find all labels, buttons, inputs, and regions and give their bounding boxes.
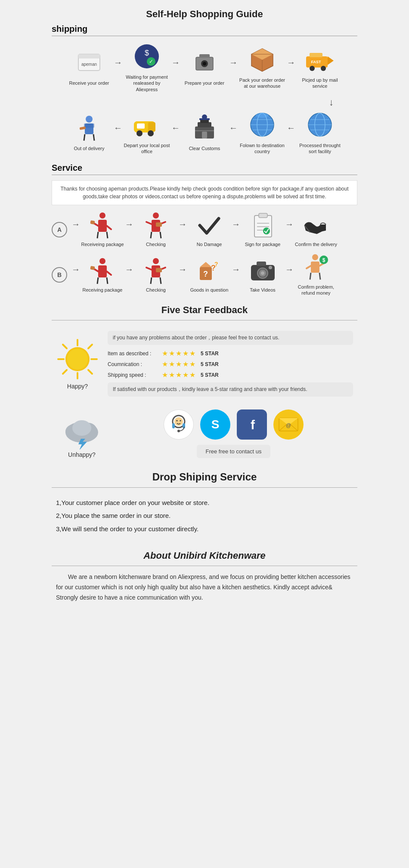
- b-refund-icon: $: [302, 254, 330, 282]
- row-b-label: B: [52, 267, 67, 283]
- service-a-item-4: Sign for package: [241, 211, 284, 247]
- service-b-item-5: $ Confirm problem, refund money: [294, 254, 338, 296]
- svg-point-45: [256, 113, 269, 118]
- fivestar-content: Happy? if you have any problems about th…: [52, 326, 357, 401]
- svg-text:$: $: [322, 257, 325, 263]
- svg-rect-54: [90, 221, 95, 225]
- flow-label-5: Picjed up by mail service: [296, 77, 344, 89]
- a-nodamage-icon: [195, 211, 223, 239]
- svg-text:S: S: [211, 418, 219, 431]
- svg-line-75: [107, 271, 111, 275]
- svg-line-60: [146, 222, 152, 224]
- svg-text:?: ?: [214, 261, 218, 268]
- sun-svg: [56, 338, 99, 381]
- star-label-3: Shipping speed :: [108, 372, 159, 378]
- svg-point-94: [261, 271, 264, 275]
- svg-text:f: f: [251, 418, 255, 432]
- svg-line-108: [63, 345, 67, 348]
- depart-icon: [132, 110, 162, 140]
- svg-line-76: [97, 277, 98, 284]
- b-label-4: Take Videos: [250, 287, 276, 293]
- flow-label-10: Processed throught sort facility: [296, 142, 344, 155]
- a-arrow-3: →: [232, 219, 240, 240]
- svg-text:apeman: apeman: [81, 62, 97, 67]
- svg-rect-62: [156, 222, 162, 227]
- flow-label-1: Receive your order: [69, 80, 109, 86]
- flow-item-9: Folown to destination country: [239, 110, 286, 155]
- main-title: Self-Help Shopping Guide: [52, 9, 357, 20]
- a-sign-icon: [249, 211, 277, 239]
- a-label-4: Sign for package: [245, 241, 281, 247]
- svg-point-117: [72, 420, 91, 436]
- unhappy-label: Unhappy?: [68, 451, 96, 458]
- unhappy-col: Unhappy?: [56, 415, 108, 458]
- star-count-1: 5 STAR: [201, 351, 219, 357]
- flow-item-4: Pack your order order at our warehouse: [239, 44, 286, 89]
- svg-line-101: [319, 273, 320, 280]
- about-divider: [52, 566, 357, 566]
- prepare-icon: [189, 47, 220, 77]
- flow-label-7: Depart your local post office: [123, 142, 170, 155]
- b-label-5: Confirm problem, refund money: [294, 284, 338, 296]
- svg-line-111: [63, 370, 67, 374]
- destination-icon: [247, 110, 277, 140]
- star-row-1: Item as described : ★★★★★ 5 STAR: [108, 349, 353, 357]
- service-row-a: A → Receiveing package →: [52, 211, 357, 247]
- stars-1: ★★★★★: [162, 349, 196, 357]
- arrow-1: →: [114, 58, 122, 76]
- about-section: About Unibird Kitchenware We are a newbo…: [52, 550, 357, 603]
- page: Self-Help Shopping Guide shipping apeman…: [43, 0, 366, 620]
- dropship-divider: [52, 487, 357, 488]
- shipping-label: shipping: [52, 24, 357, 36]
- fivestar-title: Five Star Feedback: [52, 305, 357, 316]
- star-label-2: Coumnication :: [108, 361, 159, 367]
- a-label-1: Receiveing package: [81, 241, 124, 247]
- arrow-l1: ←: [114, 123, 122, 142]
- fivestar-divider: [52, 320, 357, 320]
- svg-rect-1: [78, 54, 100, 58]
- skype-icon: S: [200, 409, 230, 440]
- svg-text:FAST: FAST: [311, 60, 321, 64]
- svg-point-95: [269, 266, 272, 269]
- shipping-row2: Out of delivery ← Depart your local post…: [52, 110, 357, 155]
- a-arrow-1: →: [125, 219, 133, 240]
- a-confirm-icon: [302, 211, 330, 239]
- svg-point-96: [312, 254, 318, 260]
- customs-icon: [189, 113, 220, 143]
- service-a-item-2: Checking: [134, 211, 177, 247]
- svg-line-100: [310, 273, 311, 280]
- svg-text:✓: ✓: [149, 58, 153, 65]
- fivestar-section: Five Star Feedback: [52, 305, 357, 462]
- a-label-2: Checking: [146, 241, 166, 247]
- star-count-3: 5 STAR: [201, 372, 219, 378]
- b-checking-icon: [142, 257, 170, 285]
- sort-facility-icon: [305, 110, 335, 140]
- flow-item-5: FAST Picjed up by mail service: [296, 44, 344, 89]
- service-a-item-5: Confirm the delivery: [294, 211, 338, 247]
- svg-point-122: [174, 417, 183, 426]
- svg-text:?: ?: [203, 270, 208, 278]
- arrow-l4: ←: [287, 123, 295, 142]
- b-arrow-2: →: [178, 265, 187, 285]
- row-a-label: A: [52, 222, 67, 237]
- payment-icon: $ ✓: [132, 41, 162, 71]
- b-arrow-3: →: [232, 265, 240, 285]
- svg-point-31: [148, 130, 154, 136]
- service-b-item-4: Take Videos: [241, 257, 284, 293]
- flow-label-9: Folown to destination country: [239, 142, 286, 155]
- contact-row: Unhappy?: [52, 401, 357, 462]
- headset-icon: [164, 409, 194, 440]
- flow-label-6: Out of delivery: [74, 145, 105, 151]
- svg-rect-91: [257, 262, 266, 266]
- flow-label-8: Clear Customs: [189, 145, 220, 151]
- svg-rect-65: [254, 215, 272, 237]
- svg-point-78: [153, 258, 159, 264]
- svg-line-55: [107, 226, 111, 229]
- star-count-2: 5 STAR: [201, 361, 219, 367]
- svg-rect-8: [199, 54, 210, 58]
- b-arrow-0: →: [71, 265, 80, 285]
- svg-line-64: [160, 232, 161, 238]
- out-delivery-icon: [74, 113, 104, 143]
- cloud-icon: [60, 415, 103, 449]
- star-row-2: Coumnication : ★★★★★ 5 STAR: [108, 360, 353, 368]
